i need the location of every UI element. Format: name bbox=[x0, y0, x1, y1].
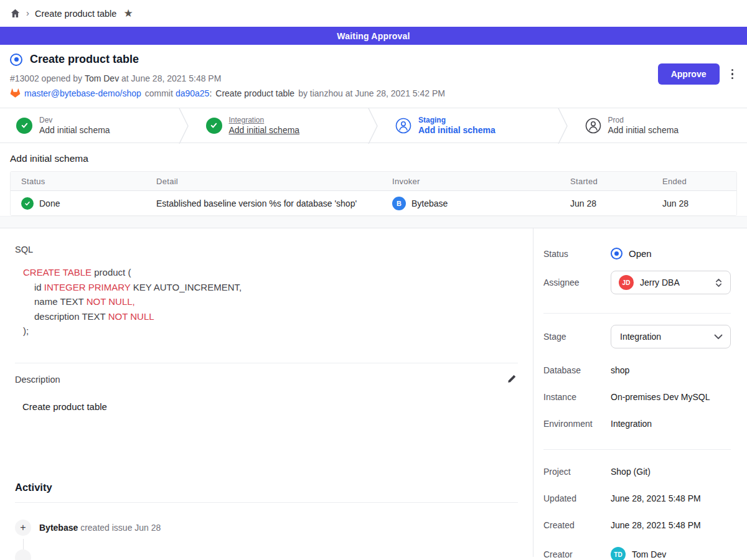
edit-pencil-icon[interactable] bbox=[506, 373, 518, 387]
commit-hash-link[interactable]: da90a25 bbox=[176, 88, 210, 98]
divider bbox=[15, 502, 518, 503]
bytebase-avatar: B bbox=[392, 197, 406, 210]
issue-header: Create product table #13002 opened by To… bbox=[0, 45, 747, 108]
stage-separator bbox=[558, 108, 569, 144]
check-icon bbox=[21, 197, 34, 210]
stage-staging[interactable]: Staging Add initial schema bbox=[379, 108, 558, 142]
timeline-node bbox=[15, 549, 31, 560]
project-value: Shop (Git) bbox=[611, 467, 731, 477]
chevron-down-icon bbox=[714, 334, 723, 340]
created-label: Created bbox=[543, 520, 611, 530]
issue-open-icon bbox=[10, 54, 22, 66]
stage-value: Integration bbox=[619, 332, 708, 342]
task-started: Jun 28 bbox=[560, 198, 652, 208]
sql-code-block: CREATE TABLE product ( id INTEGER PRIMAR… bbox=[23, 265, 518, 338]
assignee-label: Assignee bbox=[543, 278, 611, 287]
person-icon bbox=[585, 118, 601, 134]
activity-item: + Bytebase created issue Jun 28 bbox=[15, 520, 518, 536]
divider bbox=[543, 449, 731, 450]
creator-value: Tom Dev bbox=[632, 549, 666, 559]
stage-label: Stage bbox=[543, 332, 611, 342]
kebab-menu-icon[interactable] bbox=[729, 67, 736, 82]
timeline-connector bbox=[23, 539, 24, 549]
breadcrumb: › Create product table ★ bbox=[0, 0, 747, 27]
task-invoker: Bytebase bbox=[411, 198, 448, 208]
task-section-heading: Add initial schema bbox=[0, 143, 747, 171]
commit-info: master@bytebase-demo/shop commit da90a25… bbox=[10, 88, 737, 98]
database-label: Database bbox=[543, 365, 611, 375]
favorite-star-icon[interactable]: ★ bbox=[123, 7, 133, 20]
instance-label: Instance bbox=[543, 392, 611, 402]
divider bbox=[15, 363, 518, 363]
check-icon bbox=[206, 118, 222, 134]
status-label: Status bbox=[543, 249, 611, 259]
gitlab-icon bbox=[10, 88, 21, 98]
task-table: Status Detail Invoker Started Ended Done… bbox=[10, 171, 737, 216]
stage-select[interactable]: Integration bbox=[611, 325, 731, 348]
plus-icon: + bbox=[15, 520, 31, 536]
activity-actor: Bytebase bbox=[39, 523, 78, 533]
creator-label: Creator bbox=[543, 549, 611, 559]
pipeline-stages: Dev Add initial schema Integration Add i… bbox=[0, 108, 747, 143]
bytebase-issue-page: › Create product table ★ Waiting Approva… bbox=[0, 0, 747, 560]
creator-avatar: TD bbox=[611, 547, 626, 560]
updated-value: June 28, 2021 5:48 PM bbox=[611, 493, 731, 503]
branch-repo-link[interactable]: master@bytebase-demo/shop bbox=[24, 88, 141, 98]
task-detail: Established baseline version %s for data… bbox=[146, 198, 382, 208]
chevron-right-icon: › bbox=[26, 7, 29, 18]
commit-message: Create product table bbox=[215, 88, 294, 98]
instance-value: On-premises Dev MySQL bbox=[611, 392, 731, 402]
stage-separator bbox=[368, 108, 379, 144]
home-icon[interactable] bbox=[10, 8, 21, 19]
waiting-approval-banner: Waiting Approval bbox=[0, 27, 747, 45]
person-icon bbox=[395, 118, 411, 134]
issue-meta: #13002 opened by Tom Dev at June 28, 202… bbox=[10, 73, 737, 83]
approve-button[interactable]: Approve bbox=[658, 63, 720, 85]
environment-value: Integration bbox=[611, 419, 731, 429]
commit-byline: by tianzhou at June 28, 2021 5:42 PM bbox=[298, 88, 445, 98]
project-label: Project bbox=[543, 467, 611, 477]
environment-label: Environment bbox=[543, 419, 611, 429]
check-icon bbox=[16, 118, 32, 134]
description-label: Description bbox=[15, 375, 60, 385]
issue-detail-main: SQL CREATE TABLE product ( id INTEGER PR… bbox=[0, 228, 533, 557]
sql-label: SQL bbox=[15, 245, 518, 254]
issue-author: Tom Dev bbox=[85, 73, 119, 83]
assignee-select[interactable]: JD Jerry DBA bbox=[611, 271, 731, 294]
description-text: Create product table bbox=[22, 401, 518, 412]
stage-integration[interactable]: Integration Add initial schema bbox=[190, 108, 369, 142]
task-ended: Jun 28 bbox=[652, 198, 736, 208]
activity-action: created issue Jun 28 bbox=[80, 523, 161, 533]
task-table-row[interactable]: Done Established baseline version %s for… bbox=[11, 191, 736, 215]
status-value: Open bbox=[629, 248, 652, 259]
stage-prod[interactable]: Prod Add initial schema bbox=[569, 108, 747, 142]
breadcrumb-current: Create product table bbox=[35, 9, 116, 19]
created-value: June 28, 2021 5:48 PM bbox=[611, 520, 731, 530]
database-value: shop bbox=[611, 365, 731, 375]
chevron-updown-icon bbox=[715, 278, 723, 287]
issue-sidebar: Status Open Assignee JD Jerry DBA bbox=[533, 228, 747, 557]
issue-title: Create product table bbox=[30, 53, 139, 66]
activity-heading: Activity bbox=[15, 482, 518, 493]
stage-separator bbox=[179, 108, 190, 144]
divider bbox=[543, 313, 731, 314]
assignee-avatar: JD bbox=[619, 275, 634, 290]
assignee-value: Jerry DBA bbox=[640, 278, 708, 287]
task-status: Done bbox=[39, 198, 60, 208]
stage-dev[interactable]: Dev Add initial schema bbox=[0, 108, 179, 142]
section-gap bbox=[0, 216, 747, 228]
task-table-header: Status Detail Invoker Started Ended bbox=[11, 172, 736, 191]
updated-label: Updated bbox=[543, 493, 611, 503]
issue-number: #13002 bbox=[10, 73, 39, 83]
status-open-icon bbox=[611, 248, 622, 259]
issue-opened-at: at June 28, 2021 5:48 PM bbox=[121, 73, 221, 83]
